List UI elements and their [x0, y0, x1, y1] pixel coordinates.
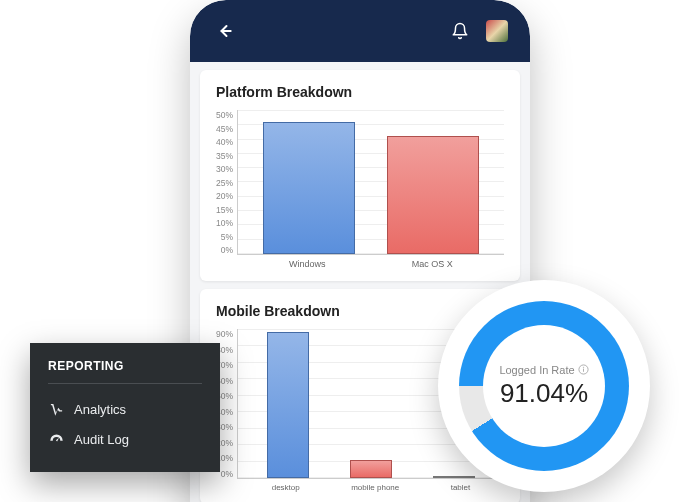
y-tick: 30% — [216, 164, 233, 174]
donut-value: 91.04% — [500, 378, 588, 409]
y-tick: 0% — [216, 245, 233, 255]
donut-center: Logged In Rate 91.04% — [483, 325, 605, 447]
x-label: Windows — [289, 259, 326, 269]
y-tick: 40% — [216, 137, 233, 147]
y-tick: 90% — [216, 329, 233, 339]
x-label: Mac OS X — [412, 259, 453, 269]
x-label: tablet — [451, 483, 471, 492]
y-axis: 50%45%40%35%30%25%20%15%10%5%0% — [216, 110, 237, 255]
analytics-icon — [48, 401, 64, 417]
platform-breakdown-card: Platform Breakdown 50%45%40%35%30%25%20%… — [200, 70, 520, 281]
bar-tablet — [433, 476, 475, 478]
back-icon[interactable] — [212, 19, 236, 43]
app-header — [190, 0, 530, 62]
donut-label-text: Logged In Rate — [499, 364, 574, 376]
sidebar-item-label: Analytics — [74, 402, 126, 417]
reporting-sidebar: REPORTING Analytics Audit Log — [30, 343, 220, 472]
sidebar-item-label: Audit Log — [74, 432, 129, 447]
avatar[interactable] — [486, 20, 508, 42]
y-tick: 5% — [216, 232, 233, 242]
y-tick: 15% — [216, 205, 233, 215]
x-label: mobile phone — [351, 483, 399, 492]
y-tick: 50% — [216, 110, 233, 120]
plot-area — [237, 110, 504, 255]
gauge-icon — [48, 431, 64, 447]
bar-windows — [263, 122, 355, 254]
bell-icon[interactable] — [448, 19, 472, 43]
x-label: desktop — [272, 483, 300, 492]
bars — [238, 110, 504, 254]
sidebar-item-analytics[interactable]: Analytics — [48, 394, 202, 424]
sidebar-heading: REPORTING — [48, 359, 202, 384]
x-axis-labels: desktopmobile phonetablet — [238, 483, 504, 492]
card-title: Platform Breakdown — [216, 84, 504, 100]
y-tick: 10% — [216, 218, 233, 228]
bar-mac-os-x — [387, 136, 479, 254]
donut-label: Logged In Rate — [499, 364, 588, 376]
x-axis-labels: WindowsMac OS X — [238, 259, 504, 269]
sidebar-item-audit-log[interactable]: Audit Log — [48, 424, 202, 454]
bar-desktop — [267, 332, 309, 478]
platform-chart: 50%45%40%35%30%25%20%15%10%5%0% — [216, 110, 504, 255]
bar-mobile-phone — [350, 460, 392, 478]
y-tick: 45% — [216, 124, 233, 134]
y-tick: 35% — [216, 151, 233, 161]
y-tick: 25% — [216, 178, 233, 188]
donut-chart: Logged In Rate 91.04% — [459, 301, 629, 471]
card-title: Mobile Breakdown — [216, 303, 504, 319]
logged-in-rate-widget: Logged In Rate 91.04% — [438, 280, 650, 492]
y-tick: 20% — [216, 191, 233, 201]
